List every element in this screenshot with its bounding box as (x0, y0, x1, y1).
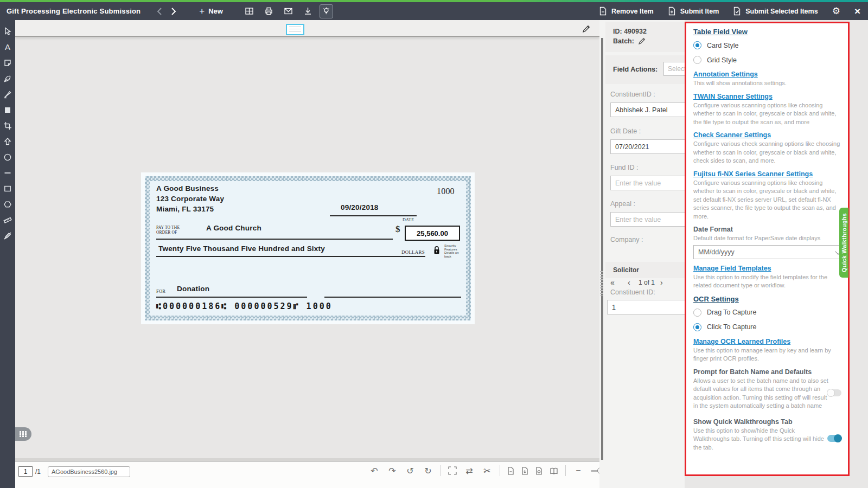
check-pay-to-line1: PAY TO THE (156, 225, 180, 230)
zoom-out-icon[interactable]: − (573, 466, 584, 476)
walkthrough-light-icon[interactable] (320, 4, 333, 18)
field-actions-block: Field Actions: Select Fie (605, 55, 685, 84)
batch-label: Batch: (613, 37, 634, 45)
polygon-tool-icon[interactable] (0, 196, 15, 212)
date-format-desc: Default date format for PaperSave date d… (693, 234, 843, 243)
crop-tool-icon[interactable] (0, 118, 15, 133)
prompt-batch-toggle[interactable] (827, 389, 841, 396)
extract-page-icon[interactable] (521, 467, 528, 475)
submit-selected-items-label: Submit Selected Items (745, 8, 818, 15)
hide-annotations-tool-icon[interactable] (0, 228, 15, 243)
annotation-settings-desc: This will show annotations settings. (693, 79, 843, 88)
pagination-prev-icon[interactable]: ‹ (628, 278, 630, 287)
rotate-left-icon[interactable]: ↺ (405, 466, 416, 476)
page-thumbnail[interactable] (286, 24, 304, 35)
email-icon[interactable] (282, 4, 296, 18)
show-quick-walkthroughs-desc: Use this option to show/hide the Quick W… (693, 427, 832, 452)
field-actions-select[interactable]: Select Fie (663, 62, 685, 76)
circle-tool-icon[interactable] (0, 149, 15, 165)
panel-resize-grip[interactable] (600, 271, 603, 296)
drag-to-capture-radio[interactable]: Drag To Capture (693, 309, 843, 317)
swap-pages-icon[interactable]: ⇄ (464, 466, 475, 476)
check-scanner-settings-link[interactable]: Check Scanner Settings (693, 131, 843, 139)
show-quick-walkthroughs-toggle[interactable] (827, 435, 841, 442)
redo-icon[interactable]: ↷ (387, 466, 398, 476)
click-to-capture-radio[interactable]: Click To Capture (693, 323, 843, 331)
text-tool-icon[interactable]: A (0, 39, 15, 55)
batch-edit-pencil-icon[interactable] (638, 37, 646, 47)
ocr-settings-heading: OCR Settings (693, 295, 843, 303)
filled-square-tool-icon[interactable] (0, 102, 15, 118)
radio-unselected-icon (693, 309, 701, 317)
check-image[interactable]: A Good Business 123 Corporate Way Miami,… (141, 172, 475, 324)
check-date-line (330, 215, 417, 216)
edit-pencil-icon[interactable] (582, 24, 591, 35)
radio-selected-icon (693, 41, 701, 49)
twain-scanner-settings-link[interactable]: TWAIN Scanner Settings (693, 93, 843, 100)
ruler-tool-icon[interactable] (0, 212, 15, 228)
cut-icon[interactable]: ✂ (482, 466, 493, 476)
submit-item-button[interactable]: Submit Item (668, 7, 719, 16)
company-label: Company : (610, 236, 643, 243)
remove-page-icon[interactable] (507, 467, 514, 475)
item-id-label: ID: 490932 (613, 28, 647, 35)
fujitsu-scanner-settings-link[interactable]: Fujitsu fi-NX Series Scanner Settings (693, 170, 843, 178)
check-pay-to-line2: ORDER OF (156, 230, 177, 235)
date-format-select[interactable]: MM/dd/yyyy (693, 245, 846, 259)
submit-selected-items-button[interactable]: Submit Selected Items (733, 7, 818, 16)
close-icon[interactable]: × (854, 6, 860, 16)
annotation-settings-link[interactable]: Annotation Settings (693, 70, 843, 78)
check-micr-line: ⑆000000186⑆ 000000529⑈ 1000 (156, 301, 333, 311)
note-tool-icon[interactable] (0, 55, 15, 70)
rectangle-tool-icon[interactable] (0, 181, 15, 196)
check-scanner-settings-desc: Configure various check scanning options… (693, 140, 843, 165)
insert-page-icon[interactable] (535, 467, 542, 475)
pagination-page-text: 1 of 1 (639, 279, 655, 286)
grid-view-icon[interactable] (242, 4, 257, 18)
prev-item-button[interactable] (152, 4, 167, 18)
constituentid-label: ConstituentID : (610, 91, 655, 98)
remove-item-button[interactable]: Remove Item (599, 7, 654, 16)
pointer-tool-icon[interactable] (0, 23, 15, 39)
line-tool-icon[interactable] (0, 165, 15, 181)
pagination-next-icon[interactable]: › (660, 278, 663, 287)
next-item-button[interactable] (167, 4, 181, 18)
check-payer-address1: 123 Corporate Way (156, 195, 224, 203)
top-toolbar: Gift Processing Electronic Submission + … (0, 2, 868, 20)
document-check-icon (733, 7, 741, 16)
constituentid-input[interactable] (610, 102, 685, 117)
grid-style-radio[interactable]: Grid Style (693, 56, 843, 64)
print-icon[interactable] (262, 4, 276, 18)
page-number-input[interactable] (18, 466, 33, 477)
download-icon[interactable] (301, 4, 315, 18)
document-viewer: A Good Business 123 Corporate Way Miami,… (15, 20, 599, 488)
fit-to-screen-icon[interactable] (448, 466, 457, 475)
pagination-first-icon[interactable]: « (610, 278, 615, 287)
check-amount-box: 25,560.00 (405, 226, 460, 241)
card-style-radio[interactable]: Card Style (693, 41, 843, 49)
viewer-scrollbar[interactable] (601, 38, 603, 460)
pen-tool-icon[interactable] (0, 70, 15, 86)
page-total-label: /1 (35, 468, 41, 476)
separator (441, 465, 441, 476)
settings-gear-icon[interactable]: ⚙ (832, 7, 840, 16)
manage-ocr-learned-profiles-link[interactable]: Manage OCR Learned Profiles (693, 338, 843, 345)
show-quick-walkthroughs-heading: Show Quick Walkthroughs Tab (693, 418, 832, 426)
filename-input[interactable] (48, 466, 130, 477)
quick-walkthroughs-tab[interactable]: Quick Walkthroughs (839, 208, 848, 278)
rotate-right-icon[interactable]: ↻ (423, 466, 433, 476)
highlighter-tool-icon[interactable] (0, 86, 15, 102)
new-button[interactable]: + New (199, 7, 223, 16)
manage-field-templates-link[interactable]: Manage Field Templates (693, 265, 843, 272)
annotation-toolbar: A (0, 20, 15, 488)
fund-id-input[interactable] (610, 176, 685, 190)
undo-icon[interactable]: ↶ (369, 466, 380, 476)
appeal-input[interactable] (610, 212, 685, 227)
book-view-icon[interactable] (550, 467, 558, 475)
solicitor-constituent-id-input[interactable] (607, 300, 685, 314)
thumbnail-panel-toggle[interactable] (15, 427, 31, 441)
grid-dots-icon (20, 431, 27, 437)
thumbnail-strip (15, 20, 599, 37)
gift-date-input[interactable] (610, 139, 685, 154)
arrow-tool-icon[interactable] (0, 133, 15, 149)
